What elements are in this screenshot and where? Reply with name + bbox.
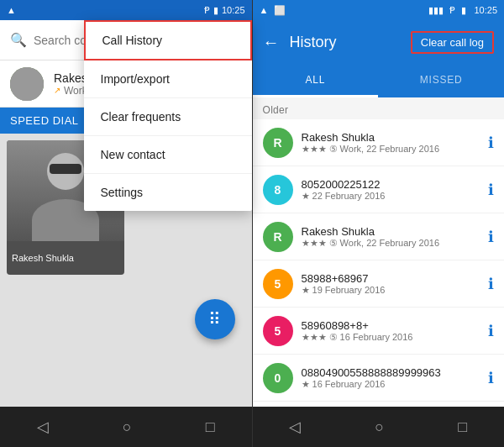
section-label: Older (253, 97, 505, 119)
call-meta: ★★★ ⑤ Work, 22 February 2016 (302, 144, 480, 155)
status-bar-left: ▲ Ᵽ ▮ 10:25 (0, 0, 252, 20)
call-item[interactable]: 0 08804900558888889999963 ★ 16 February … (253, 355, 505, 402)
call-avatar: R (263, 222, 293, 252)
tab-all[interactable]: ALL (253, 64, 379, 97)
call-meta: ★★★ ⑤ 16 February 2016 (302, 332, 480, 343)
call-detail-icon[interactable]: ℹ (488, 369, 494, 387)
tabs-bar: ALL MISSED (253, 64, 505, 97)
signal-icon-left: ▲ (7, 5, 16, 15)
call-avatar: R (263, 128, 293, 158)
clear-call-log-button[interactable]: Clear call log (411, 31, 494, 54)
call-name: 58960898+8+ (302, 319, 480, 332)
avatar (10, 67, 44, 101)
call-meta: ★ 22 February 2016 (302, 191, 480, 202)
home-button-left[interactable]: ○ (123, 418, 132, 436)
call-avatar: 5 (263, 316, 293, 346)
fab-button[interactable]: ⠿ (195, 299, 235, 339)
menu-item-import-export[interactable]: Import/export (84, 60, 252, 98)
call-item[interactable]: R Rakesh Shukla ★★★ ⑤ Work, 22 February … (253, 119, 505, 166)
bluetooth-icon-right: Ᵽ (449, 5, 455, 15)
call-meta: ★ 19 February 2016 (302, 285, 480, 296)
call-detail-icon[interactable]: ℹ (488, 181, 494, 199)
call-name: Rakesh Shukla (302, 225, 480, 238)
call-detail-icon[interactable]: ℹ (488, 275, 494, 293)
call-list: Older R Rakesh Shukla ★★★ ⑤ Work, 22 Feb… (253, 97, 505, 407)
call-detail-icon[interactable]: ℹ (488, 228, 494, 246)
call-avatar: 0 (263, 363, 293, 393)
back-button-left[interactable]: ◁ (37, 418, 49, 436)
call-name: Rakesh Shukla (302, 131, 480, 144)
back-button-right[interactable]: ◁ (289, 418, 301, 436)
call-detail-icon[interactable]: ℹ (488, 322, 494, 340)
menu-item-call-history[interactable]: Call History (84, 20, 252, 60)
call-direction-icon: ↗ (54, 86, 60, 95)
call-items-container: R Rakesh Shukla ★★★ ⑤ Work, 22 February … (253, 119, 505, 407)
page-title: History (290, 34, 401, 51)
signal-bars-right: ▮▮▮ (428, 5, 444, 15)
call-avatar: 8 (263, 175, 293, 205)
person-card-label: Rakesh Shukla (7, 241, 124, 275)
menu-item-new-contact[interactable]: New contact (84, 136, 252, 174)
time-left: 10:25 (222, 5, 245, 15)
call-item[interactable]: 8 8052000225122 ★ 22 February 2016 ℹ (253, 166, 505, 213)
call-name: 58988+68967 (302, 272, 480, 285)
status-bar-right: ▲ ⬜ ▮▮▮ Ᵽ ▮ 10:25 (253, 0, 505, 20)
bottom-nav-right: ◁ ○ □ (253, 407, 505, 447)
search-icon: 🔍 (10, 32, 27, 48)
recent-button-left[interactable]: □ (206, 418, 215, 436)
call-item[interactable]: 5 58960898+8+ ★★★ ⑤ 16 February 2016 ℹ (253, 308, 505, 355)
left-panel: ▲ Ᵽ ▮ 10:25 🔍 Rakesh Shu... ↗ Work, 22 F… (0, 0, 252, 447)
screenshot-icon: ⬜ (274, 5, 286, 15)
call-meta: ★★★ ⑤ Work, 22 February 2016 (302, 238, 480, 249)
avatar-silhouette (10, 67, 44, 101)
menu-item-settings[interactable]: Settings (84, 174, 252, 211)
menu-item-clear-frequents[interactable]: Clear frequents (84, 98, 252, 136)
call-name: 8052000225122 (302, 178, 480, 191)
battery-icon-right: ▮ (461, 5, 466, 15)
call-detail-icon[interactable]: ℹ (488, 134, 494, 152)
call-avatar: 5 (263, 269, 293, 299)
battery-icon: ▮ (213, 5, 218, 16)
recent-button-right[interactable]: □ (458, 418, 467, 436)
signal-icon-right: ▲ (260, 5, 269, 15)
tab-missed[interactable]: MISSED (378, 64, 504, 97)
bottom-nav-left: ◁ ○ □ (0, 407, 252, 447)
time-right: 10:25 (474, 5, 497, 15)
dropdown-menu: Call History Import/export Clear frequen… (84, 20, 252, 211)
right-panel: ▲ ⬜ ▮▮▮ Ᵽ ▮ 10:25 ← History Clear call l… (253, 0, 505, 447)
call-name: 08804900558888889999963 (302, 366, 480, 379)
bluetooth-icon: Ᵽ (204, 5, 210, 16)
home-button-right[interactable]: ○ (375, 418, 384, 436)
call-item[interactable]: 5 58988+68967 ★ 19 February 2016 ℹ (253, 260, 505, 308)
dialpad-icon: ⠿ (208, 309, 221, 329)
action-bar: ← History Clear call log (253, 20, 505, 64)
back-icon[interactable]: ← (263, 33, 280, 52)
call-meta: ★ 16 February 2016 (302, 379, 480, 390)
call-item[interactable]: R Rakesh Shukla ★★★ ⑤ Work, 22 February … (253, 213, 505, 260)
